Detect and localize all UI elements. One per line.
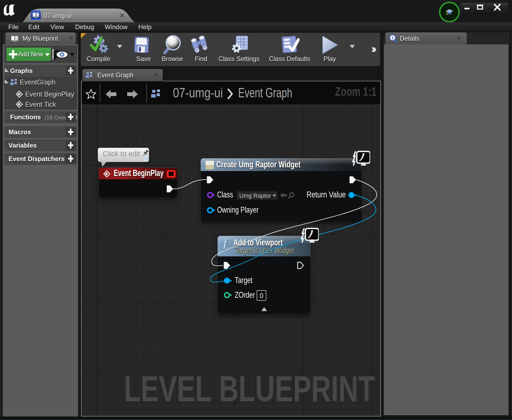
svg-text:i: i xyxy=(392,35,393,40)
